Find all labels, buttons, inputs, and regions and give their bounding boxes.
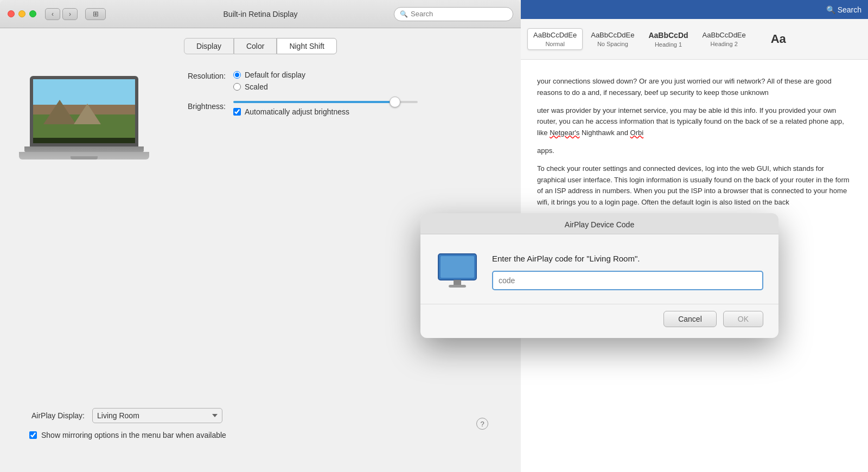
style-no-spacing-preview: AaBbCcDdEe bbox=[591, 31, 634, 40]
dialog-ok-button[interactable]: OK bbox=[723, 311, 763, 327]
brightness-label: Brightness: bbox=[168, 101, 233, 111]
laptop-screen-content bbox=[33, 79, 135, 143]
style-normal[interactable]: AaBbCcDdEe Normal bbox=[527, 28, 583, 50]
minimize-button[interactable] bbox=[18, 10, 25, 17]
brightness-slider[interactable] bbox=[233, 101, 418, 103]
search-icon: 🔍 bbox=[400, 10, 408, 18]
style-normal-label: Normal bbox=[545, 41, 564, 47]
dialog-body: Enter the AirPlay code for "Living Room"… bbox=[420, 234, 778, 304]
monitor-icon bbox=[436, 250, 479, 293]
word-para-1: your connections slowed down? Or are you… bbox=[537, 76, 852, 99]
airplay-select[interactable]: Living Room bbox=[92, 408, 222, 423]
ls-mountain1 bbox=[43, 100, 76, 124]
word-titlebar: 🔍 Search bbox=[521, 0, 868, 19]
help-button[interactable]: ? bbox=[476, 418, 488, 430]
word-para-4: To check your router settings and connec… bbox=[537, 163, 852, 208]
dialog-cancel-button[interactable]: Cancel bbox=[663, 311, 717, 327]
dialog-right: Enter the AirPlay code for "Living Room"… bbox=[492, 250, 763, 290]
svg-rect-1 bbox=[441, 256, 474, 278]
style-large[interactable]: Aa bbox=[754, 29, 803, 50]
style-large-preview: Aa bbox=[771, 31, 786, 47]
style-no-spacing[interactable]: AaBbCcDdEe No Spacing bbox=[585, 28, 640, 50]
style-heading1-preview: AaBbCcDd bbox=[648, 30, 688, 40]
tab-display[interactable]: Display bbox=[184, 38, 234, 54]
resolution-default-radio[interactable] bbox=[233, 71, 241, 79]
brightness-row: Brightness: Automatically adjust brightn… bbox=[168, 101, 499, 116]
svg-rect-3 bbox=[449, 285, 466, 288]
airplay-row: AirPlay Display: Living Room bbox=[22, 408, 499, 423]
brightness-controls: Automatically adjust brightness bbox=[233, 101, 418, 116]
back-button[interactable]: ‹ bbox=[45, 8, 60, 20]
resolution-scaled-option[interactable]: Scaled bbox=[233, 82, 305, 91]
nav-buttons: ‹ › bbox=[45, 8, 78, 20]
search-container: 🔍 bbox=[394, 7, 513, 21]
resolution-options: Default for display Scaled bbox=[233, 71, 305, 91]
dialog-titlebar: AirPlay Device Code bbox=[420, 213, 778, 234]
style-heading2-preview: AaBbCcDdEe bbox=[703, 31, 746, 40]
ls-mountain2 bbox=[74, 104, 101, 124]
airplay-dialog: AirPlay Device Code Enter the AirPlay co… bbox=[420, 213, 778, 338]
word-search-label[interactable]: Search bbox=[838, 5, 861, 14]
style-heading1-label: Heading 1 bbox=[655, 41, 682, 48]
tab-color[interactable]: Color bbox=[234, 38, 277, 54]
resolution-row: Resolution: Default for display Scaled bbox=[168, 71, 499, 91]
titlebar: ‹ › ⊞ Built-in Retina Display 🔍 bbox=[0, 0, 521, 28]
airplay-section: AirPlay Display: Living Room Show mirror… bbox=[22, 408, 499, 439]
laptop-notch bbox=[71, 156, 98, 160]
search-input[interactable] bbox=[411, 10, 507, 18]
auto-brightness-option[interactable]: Automatically adjust brightness bbox=[233, 107, 418, 116]
word-para-3: apps. bbox=[537, 145, 852, 157]
laptop-illustration bbox=[22, 71, 146, 160]
dialog-footer: Cancel OK bbox=[420, 304, 778, 338]
traffic-lights bbox=[8, 10, 36, 17]
style-heading2-label: Heading 2 bbox=[711, 41, 738, 47]
resolution-scaled-radio[interactable] bbox=[233, 83, 241, 91]
laptop-base bbox=[24, 146, 144, 152]
word-search-area: 🔍 Search bbox=[826, 5, 861, 14]
airplay-label: AirPlay Display: bbox=[22, 411, 92, 420]
airplay-code-input[interactable] bbox=[492, 271, 763, 290]
style-heading2[interactable]: AaBbCcDdEe Heading 2 bbox=[697, 28, 752, 50]
mirroring-checkbox[interactable] bbox=[29, 431, 37, 439]
grid-button[interactable]: ⊞ bbox=[85, 8, 106, 20]
display-main: Resolution: Default for display Scaled bbox=[22, 71, 499, 160]
mirroring-label: Show mirroring options in the menu bar w… bbox=[41, 431, 226, 439]
resolution-label: Resolution: bbox=[168, 71, 233, 80]
resolution-default-label: Default for display bbox=[245, 71, 305, 79]
display-controls: Resolution: Default for display Scaled bbox=[168, 71, 499, 126]
style-normal-preview: AaBbCcDdEe bbox=[533, 31, 577, 40]
svg-rect-2 bbox=[454, 280, 461, 285]
maximize-button[interactable] bbox=[29, 10, 36, 17]
dialog-message: Enter the AirPlay code for "Living Room"… bbox=[492, 254, 763, 263]
orbi-underline: Orbi bbox=[630, 129, 644, 137]
window-title: Built-in Retina Display bbox=[224, 10, 298, 18]
style-no-spacing-label: No Spacing bbox=[597, 41, 628, 47]
style-gallery: AaBbCcDdEe Normal AaBbCcDdEe No Spacing … bbox=[521, 19, 868, 60]
dialog-title: AirPlay Device Code bbox=[565, 220, 634, 229]
laptop-screen bbox=[30, 76, 138, 146]
resolution-default-option[interactable]: Default for display bbox=[233, 71, 305, 79]
ls-taskbar bbox=[33, 138, 135, 143]
netgear-underline: Netgear's bbox=[550, 129, 579, 137]
auto-brightness-checkbox[interactable] bbox=[233, 108, 241, 116]
laptop-bottom bbox=[19, 152, 149, 160]
mirroring-row[interactable]: Show mirroring options in the menu bar w… bbox=[29, 431, 499, 439]
word-para-2: uter was provider by your internet servi… bbox=[537, 105, 852, 139]
monitor-icon-wrap bbox=[436, 250, 479, 293]
tab-nightshift[interactable]: Night Shift bbox=[277, 38, 337, 54]
forward-button[interactable]: › bbox=[62, 8, 78, 20]
tabs-bar: Display Color Night Shift bbox=[0, 28, 521, 60]
style-heading1[interactable]: AaBbCcDd Heading 1 bbox=[642, 28, 694, 50]
close-button[interactable] bbox=[8, 10, 15, 17]
auto-brightness-label: Automatically adjust brightness bbox=[245, 107, 349, 116]
word-search-icon: 🔍 bbox=[826, 5, 835, 14]
resolution-scaled-label: Scaled bbox=[245, 82, 268, 91]
